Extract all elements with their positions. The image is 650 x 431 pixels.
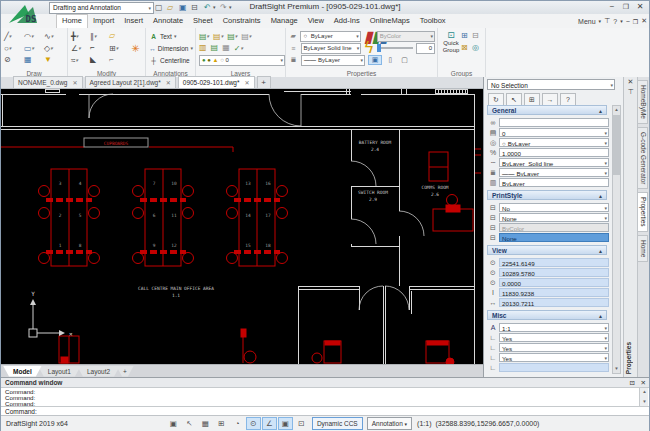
help-icon[interactable]: ? bbox=[613, 18, 617, 25]
sheet-tab-layout1[interactable]: Layout1 bbox=[38, 366, 81, 377]
collapse-icon[interactable]: ▲ bbox=[598, 106, 603, 116]
pointer-icon[interactable]: ↖ bbox=[182, 417, 197, 430]
sheet-tab-model[interactable]: Model bbox=[3, 366, 42, 377]
layer-activate-icon[interactable]: ✓▾ bbox=[234, 42, 243, 55]
thickness-value[interactable]: 0 bbox=[416, 43, 435, 54]
print-area-icon[interactable]: ⊡ bbox=[294, 417, 309, 430]
doc-tab-2[interactable]: Agreed Layout 2[1].dwg*✕ bbox=[85, 76, 176, 88]
ungroup-icon[interactable]: ⊟ bbox=[472, 30, 483, 42]
section-misc[interactable]: Misc▲ bbox=[487, 310, 607, 320]
redo-caret-icon[interactable]: ▾ bbox=[229, 2, 232, 13]
side-tab-gcode-generator[interactable]: G-code Generator bbox=[638, 127, 648, 189]
polar-icon[interactable]: ◔ bbox=[230, 417, 245, 430]
new-doc-tab-button[interactable]: + bbox=[257, 76, 271, 88]
quick-group-button[interactable]: ⊡ Quick Group bbox=[441, 30, 461, 54]
palette-scrollbar[interactable]: ▲ ▼ bbox=[612, 105, 621, 374]
drawing-canvas[interactable]: 34 25 18 710 611 912 1316 1417 1518 CUPB… bbox=[1, 89, 483, 364]
side-tab-homebyme[interactable]: HomeByMe bbox=[638, 80, 648, 124]
walls[interactable] bbox=[1, 89, 474, 364]
copy-tool-icon[interactable]: ▱ bbox=[109, 30, 128, 42]
arc-tool-icon[interactable]: ◠▾ bbox=[24, 30, 44, 42]
ucs-at-origin-field[interactable]: Yes bbox=[499, 343, 609, 352]
layer-field[interactable]: 0 bbox=[499, 128, 609, 137]
section-view[interactable]: View▲ bbox=[487, 245, 607, 255]
command-scrollbar[interactable]: ▲ ▼ bbox=[639, 388, 648, 406]
collapse-icon[interactable]: ▲ bbox=[598, 246, 603, 256]
etrack-icon[interactable]: ∠ bbox=[262, 417, 277, 430]
pattern-tool-icon[interactable]: ∥▾ bbox=[90, 30, 109, 42]
doc-minimize-icon[interactable]: − bbox=[626, 18, 630, 25]
rectangle-tool-icon[interactable]: ▭▾ bbox=[24, 42, 44, 54]
centerline-tool[interactable]: ┼ Centerline bbox=[149, 54, 193, 66]
close-icon[interactable]: ✕ bbox=[166, 80, 171, 86]
save-icon[interactable]: ▣ bbox=[179, 2, 187, 13]
collapse-icon[interactable]: ▲ bbox=[598, 311, 603, 321]
ucs-icon-on-field[interactable]: Yes bbox=[499, 333, 609, 342]
desk-bank-3[interactable] bbox=[227, 169, 288, 266]
tab-annotate[interactable]: Annotate bbox=[148, 14, 188, 28]
menu-caret-icon[interactable]: ▾ bbox=[599, 18, 602, 24]
scroll-up-icon[interactable]: ▲ bbox=[613, 106, 620, 114]
group-add-icon[interactable]: ⊠ bbox=[461, 42, 472, 54]
section-printstyle[interactable]: PrintStyle▲ bbox=[487, 190, 607, 200]
match-properties-icon[interactable]: ▰ bbox=[289, 32, 297, 40]
lineweight-field[interactable]: ——ByLayer bbox=[499, 168, 609, 177]
tab-home[interactable]: Home bbox=[56, 14, 88, 28]
ucs-per-viewport-field[interactable]: Yes bbox=[499, 353, 609, 362]
undo-icon[interactable]: ↶ bbox=[204, 2, 211, 13]
tab-manage[interactable]: Manage bbox=[266, 14, 303, 28]
menu-button[interactable]: Menu bbox=[578, 18, 596, 25]
fillet-tool-icon[interactable]: ≈▾ bbox=[71, 54, 90, 66]
dimension-tool[interactable]: ↔ Dimension ▾ bbox=[149, 42, 193, 54]
undo-caret-icon[interactable]: ▾ bbox=[213, 2, 216, 13]
tab-addins[interactable]: Add-Ins bbox=[329, 14, 365, 28]
minimize-button[interactable]: − bbox=[605, 1, 619, 13]
open-file-icon[interactable]: ▱ bbox=[167, 2, 173, 13]
linestyle-field[interactable]: ByLayer Solid line bbox=[499, 158, 609, 167]
linescale-field[interactable]: 1.0000 bbox=[499, 148, 609, 157]
move-tool-icon[interactable]: ╋▾ bbox=[71, 30, 90, 42]
new-file-icon[interactable]: ▢ bbox=[155, 2, 163, 13]
desk-bank-2[interactable] bbox=[133, 169, 194, 266]
properties-palette-toggle-icon[interactable]: ▣ bbox=[368, 55, 382, 65]
tab-view[interactable]: View bbox=[303, 14, 329, 28]
entity-grips-icon[interactable]: ▯ bbox=[385, 56, 396, 64]
float-icon[interactable]: ⊡ bbox=[630, 378, 635, 388]
layers-manager-icon[interactable]: ▤▾ bbox=[199, 30, 209, 43]
annotation-scale-field[interactable]: 1:1 bbox=[499, 323, 609, 332]
layer-freeze-icon[interactable]: ▥ bbox=[199, 42, 207, 54]
annotation-scale-dropdown[interactable]: Annotation ▾ bbox=[367, 417, 412, 430]
selection-dropdown[interactable]: No Selection bbox=[487, 79, 615, 90]
hyperlink-field[interactable] bbox=[499, 118, 609, 127]
comms-equipment[interactable] bbox=[429, 149, 481, 231]
spline-tool-icon[interactable]: ∿▾ bbox=[44, 30, 64, 42]
lineweight-dropdown[interactable]: ——ByLayer bbox=[301, 55, 365, 66]
palette-close-icon[interactable]: ✕ bbox=[624, 78, 637, 86]
ellipse-tool-icon[interactable]: ⊘ bbox=[4, 54, 24, 66]
line-color-dropdown[interactable]: ○ ByLayer bbox=[300, 31, 360, 42]
tab-constraints[interactable]: Constraints bbox=[218, 14, 266, 28]
doc-restore-icon[interactable]: ❐ bbox=[633, 18, 638, 25]
thickness-slider[interactable] bbox=[377, 47, 413, 49]
side-tab-properties[interactable]: Properties bbox=[638, 192, 648, 232]
pin-icon[interactable]: ⊤ bbox=[604, 17, 610, 25]
linestyle-dropdown[interactable]: ByLayer Solid line bbox=[301, 43, 362, 54]
edit-annotation-big-icon[interactable]: ✳ bbox=[128, 30, 143, 66]
redo-icon[interactable]: ↷ bbox=[220, 2, 227, 13]
cupboards[interactable]: CUPBOARDS bbox=[1, 138, 233, 152]
tab-sheet[interactable]: Sheet bbox=[188, 14, 218, 28]
grid-icon[interactable]: ▦ bbox=[198, 417, 213, 430]
command-window-header[interactable]: Command window ⊡ ✕ bbox=[1, 378, 649, 388]
group-edit-icon[interactable]: ⊞ bbox=[461, 30, 472, 42]
lineweight-icon[interactable]: ≣ bbox=[289, 56, 298, 64]
desk-bank-1[interactable] bbox=[39, 169, 100, 266]
tab-import[interactable]: Import bbox=[88, 14, 119, 28]
offset-tool-icon[interactable]: ⊞▾ bbox=[109, 42, 128, 54]
scroll-thumb[interactable] bbox=[613, 115, 620, 175]
linecolor-field[interactable]: ○ByLayer bbox=[499, 138, 609, 147]
new-sheet-button[interactable]: + bbox=[116, 366, 134, 377]
layer-isolate-icon[interactable]: ▤ bbox=[211, 42, 219, 54]
print-icon[interactable]: ⊟ bbox=[191, 2, 198, 13]
close-icon[interactable]: ✕ bbox=[641, 378, 646, 388]
printstyle-none-field[interactable]: None bbox=[499, 233, 609, 242]
